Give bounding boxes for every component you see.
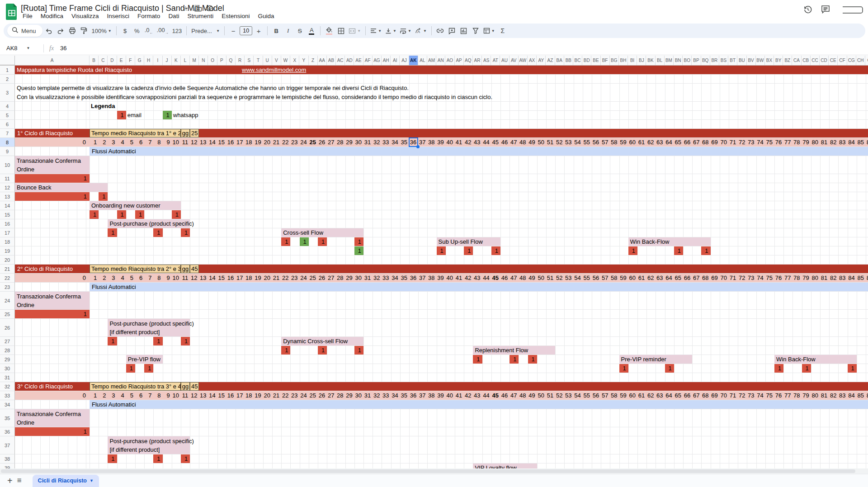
row-header-33[interactable]: 33: [0, 391, 15, 400]
day-number-80[interactable]: 80: [811, 274, 820, 282]
share-icon-partial[interactable]: [840, 5, 868, 15]
day-number-49[interactable]: 49: [528, 391, 537, 400]
day-number-86[interactable]: 86: [866, 391, 868, 400]
column-header-BI[interactable]: BI: [628, 56, 637, 65]
row-11-cells[interactable]: 1: [15, 174, 868, 183]
send-marker-day-9-green[interactable]: 1: [163, 111, 172, 119]
day-number-18[interactable]: 18: [245, 138, 254, 147]
send-marker-day-42-red[interactable]: 1: [464, 246, 473, 255]
row-header-23[interactable]: 23: [0, 283, 15, 292]
column-header-BZ[interactable]: BZ: [783, 56, 792, 65]
day-number-53[interactable]: 53: [564, 274, 573, 282]
day-number-28[interactable]: 28: [336, 138, 345, 147]
column-header-AM[interactable]: AM: [427, 56, 436, 65]
day-number-2[interactable]: 2: [99, 274, 108, 282]
row-24-cells[interactable]: Transazionale ConfermaOrdine: [15, 292, 868, 310]
day-number-75[interactable]: 75: [765, 391, 774, 400]
day-number-66[interactable]: 66: [683, 274, 692, 282]
day-number-71[interactable]: 71: [729, 274, 738, 282]
flow-label[interactable]: Transazionale ConfermaOrdine: [15, 409, 90, 427]
column-header-BW[interactable]: BW: [756, 56, 765, 65]
row-20-cells[interactable]: [15, 255, 868, 265]
day-number-46[interactable]: 46: [500, 391, 509, 400]
day-number-13[interactable]: 13: [199, 138, 208, 147]
day-number-37[interactable]: 37: [418, 391, 427, 400]
row-17-cells[interactable]: 111Cross-sell Flow: [15, 228, 868, 237]
day-number-69[interactable]: 69: [711, 274, 720, 282]
day-number-32[interactable]: 32: [373, 391, 382, 400]
day-number-21[interactable]: 21: [272, 391, 281, 400]
day-number-50[interactable]: 50: [537, 274, 546, 282]
column-header-BP[interactable]: BP: [692, 56, 701, 65]
row-header-26[interactable]: 26: [0, 319, 15, 337]
flow-label[interactable]: Sub Up-sell Flow: [437, 237, 500, 246]
day-number-44[interactable]: 44: [482, 138, 491, 147]
day-number-45[interactable]: 45: [491, 138, 500, 147]
sheet-title-text[interactable]: Mappatura tempistiche Ruota del Riacquis…: [17, 66, 132, 74]
day-number-37[interactable]: 37: [418, 138, 427, 147]
day-number-59[interactable]: 59: [619, 274, 628, 282]
day-number-43[interactable]: 43: [473, 138, 482, 147]
day-number-24[interactable]: 24: [300, 138, 309, 147]
column-header-CG[interactable]: CG: [847, 56, 856, 65]
day-number-11[interactable]: 11: [181, 274, 190, 282]
day-number-45[interactable]: 45: [491, 391, 500, 400]
flow-label[interactable]: Cross-sell Flow: [281, 228, 363, 237]
day-number-28[interactable]: 28: [336, 391, 345, 400]
day-number-57[interactable]: 57: [601, 138, 610, 147]
day-number-41[interactable]: 41: [455, 274, 464, 282]
day-number-24[interactable]: 24: [300, 391, 309, 400]
day-number-43[interactable]: 43: [473, 391, 482, 400]
day-number-42[interactable]: 42: [464, 391, 473, 400]
day-number-47[interactable]: 47: [509, 138, 519, 147]
column-header-BU[interactable]: BU: [737, 56, 746, 65]
day-number-9[interactable]: 9: [163, 274, 172, 282]
day-number-52[interactable]: 52: [555, 391, 564, 400]
row-16-cells[interactable]: Post-purchase (product specific): [15, 219, 868, 228]
column-header-BK[interactable]: BK: [646, 56, 655, 65]
send-marker-day-49-red[interactable]: 1: [528, 355, 537, 364]
bold-button[interactable]: B: [271, 25, 282, 36]
column-header-X[interactable]: X: [290, 56, 299, 65]
day-number-56[interactable]: 56: [592, 138, 601, 147]
send-marker-day-3-red[interactable]: 1: [108, 228, 117, 237]
day-number-50[interactable]: 50: [537, 391, 546, 400]
day-number-66[interactable]: 66: [683, 138, 692, 147]
column-header-BO[interactable]: BO: [683, 56, 692, 65]
row-2-cells[interactable]: [15, 75, 868, 84]
column-header-D[interactable]: D: [108, 56, 117, 65]
day-number-58[interactable]: 58: [610, 274, 619, 282]
send-marker-day-22-red[interactable]: 1: [281, 237, 290, 246]
row-header-32[interactable]: 32: [0, 382, 15, 391]
day-number-39[interactable]: 39: [437, 138, 446, 147]
column-header-BE[interactable]: BE: [591, 56, 600, 65]
day-number-84[interactable]: 84: [848, 391, 857, 400]
row-29-cells[interactable]: Pre-VIP flow111Pre-VIP reminderWin Back-…: [15, 355, 868, 364]
day-number-5[interactable]: 5: [126, 391, 135, 400]
day-number-65[interactable]: 65: [674, 138, 683, 147]
menu-estensioni[interactable]: Estensioni: [218, 12, 253, 22]
send-marker-day-4-red[interactable]: 1: [117, 111, 126, 119]
column-header-AV[interactable]: AV: [509, 56, 519, 65]
column-header-G[interactable]: G: [135, 56, 144, 65]
day-number-50[interactable]: 50: [537, 138, 546, 147]
day-number-74[interactable]: 74: [756, 274, 765, 282]
column-header-AK[interactable]: AK: [409, 56, 418, 65]
day-number-38[interactable]: 38: [427, 274, 436, 282]
day-number-5[interactable]: 5: [126, 138, 135, 147]
flow-label[interactable]: Bounce Back: [15, 183, 108, 192]
column-header-AS[interactable]: AS: [482, 56, 491, 65]
row-18-cells[interactable]: 1111Sub Up-sell FlowWin Back-Flow: [15, 237, 868, 246]
row-37-cells[interactable]: Post-purchase (product specific)[if diff…: [15, 436, 868, 454]
day-number-23[interactable]: 23: [290, 138, 299, 147]
column-header-E[interactable]: E: [117, 56, 126, 65]
zoom-select[interactable]: 100%▼: [90, 25, 113, 36]
day-number-16[interactable]: 16: [226, 391, 236, 400]
column-header-F[interactable]: F: [126, 56, 135, 65]
day-number-80[interactable]: 80: [811, 391, 820, 400]
day-number-27[interactable]: 27: [327, 391, 336, 400]
day-number-4[interactable]: 4: [117, 274, 126, 282]
cell-text[interactable]: email: [127, 111, 142, 119]
row-26-cells[interactable]: Post-purchase (product specific)[if diff…: [15, 319, 868, 337]
day-number-55[interactable]: 55: [583, 391, 592, 400]
